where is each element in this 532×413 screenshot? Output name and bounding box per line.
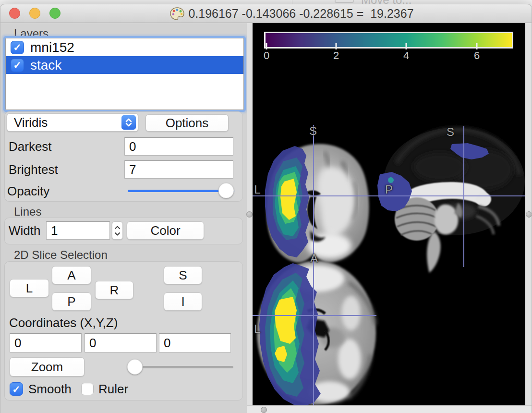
- chevron-down-icon: [114, 232, 121, 236]
- coronal-left-label: L: [254, 183, 260, 196]
- splitter-handle[interactable]: [526, 211, 532, 218]
- zoom-window-button[interactable]: [49, 8, 60, 19]
- zoom-slider-thumb[interactable]: [127, 359, 143, 375]
- coordinate-z-field[interactable]: 0: [159, 333, 231, 352]
- colorbar-tick: [336, 43, 337, 49]
- minimize-button[interactable]: [29, 8, 40, 19]
- background-menu-item: Move to...: [361, 0, 411, 4]
- coordinate-x-field[interactable]: 0: [10, 333, 82, 352]
- coronal-view[interactable]: [265, 144, 369, 263]
- slice-anterior-button[interactable]: A: [52, 266, 91, 284]
- background-window: Move to...: [0, 0, 532, 4]
- colorbar-tick-label: 0: [264, 49, 269, 62]
- slice-section-label: 2D Slice Selection: [14, 248, 108, 262]
- colormap-selected: Viridis: [14, 115, 48, 130]
- slice-right-button[interactable]: R: [95, 281, 133, 299]
- brightest-field[interactable]: 7: [124, 160, 233, 179]
- coordinate-y-field[interactable]: 0: [85, 333, 157, 352]
- sagittal-posterior-label: P: [385, 183, 393, 196]
- darkest-label: Darkest: [9, 137, 52, 156]
- options-button[interactable]: Options: [145, 114, 229, 132]
- coordinates-label: Coordinates (X,Y,Z): [9, 316, 118, 330]
- window-title: 0.196167 -0.143066 -0.228615 = 19.2367: [188, 7, 413, 21]
- opacity-label: Opacity: [7, 183, 49, 199]
- opacity-slider-thumb[interactable]: [218, 183, 234, 198]
- axial-view[interactable]: [257, 261, 376, 405]
- splitter-handle[interactable]: [246, 211, 253, 218]
- layer-checkbox[interactable]: [11, 41, 24, 54]
- layer-row-mni152[interactable]: mni152: [6, 38, 243, 56]
- slice-superior-button[interactable]: S: [164, 266, 202, 284]
- sagittal-view[interactable]: [377, 128, 525, 273]
- traffic-lights: [9, 8, 60, 19]
- colormap-dropdown[interactable]: Viridis: [7, 113, 138, 132]
- slice-inferior-button[interactable]: I: [164, 292, 202, 311]
- chevron-up-icon: [114, 226, 121, 230]
- colorbar-tick-label: 2: [333, 49, 339, 62]
- panel-splitter[interactable]: [247, 23, 253, 405]
- background-divider: [292, 0, 292, 4]
- brain-slices-image[interactable]: [253, 23, 525, 405]
- colorbar-tick: [406, 43, 407, 49]
- smooth-checkbox[interactable]: [10, 382, 23, 396]
- crosshair-vertical-coronal-axial[interactable]: [313, 125, 314, 405]
- crosshair-horizontal-axial[interactable]: [253, 315, 376, 316]
- splitter-handle[interactable]: [261, 407, 267, 413]
- background-divider: [406, 0, 406, 4]
- bottom-splitter[interactable]: [247, 405, 532, 413]
- slice-viewer[interactable]: 0 2 4 6 S L S P A L: [253, 23, 525, 405]
- darkest-field[interactable]: 0: [124, 137, 233, 156]
- line-color-button[interactable]: Color: [127, 221, 204, 240]
- app-window: 0.196167 -0.143066 -0.228615 = 19.2367 L…: [0, 4, 532, 413]
- control-panel: Layers mni152 stack Viridis: [0, 23, 247, 413]
- coronal-superior-label: S: [309, 124, 317, 138]
- ruler-checkbox[interactable]: [81, 383, 94, 395]
- line-width-field[interactable]: 1: [46, 221, 110, 240]
- layer-name: mni152: [30, 40, 74, 55]
- layer-checkbox[interactable]: [11, 59, 24, 72]
- colorbar-tick-label: 6: [474, 49, 480, 62]
- smooth-label: Smooth: [28, 382, 72, 396]
- ruler-label: Ruler: [98, 382, 128, 396]
- axial-left-label: L: [254, 322, 260, 336]
- layers-list[interactable]: mni152 stack: [5, 38, 244, 110]
- chevron-up-down-icon: [121, 115, 136, 130]
- colorbar-tick: [476, 43, 478, 49]
- right-splitter[interactable]: [525, 23, 532, 405]
- colorbar-tick: [266, 43, 267, 49]
- lines-section-label: Lines: [14, 205, 41, 219]
- title-bar[interactable]: 0.196167 -0.143066 -0.228615 = 19.2367: [0, 4, 532, 23]
- line-width-label: Width: [9, 221, 40, 240]
- layer-row-stack[interactable]: stack: [6, 56, 243, 74]
- slice-posterior-button[interactable]: P: [52, 292, 91, 311]
- zoom-button[interactable]: Zoom: [10, 357, 85, 377]
- zoom-slider-track[interactable]: [133, 366, 233, 368]
- sagittal-superior-label: S: [447, 125, 454, 139]
- brightest-label: Brightest: [9, 160, 58, 179]
- crosshair-vertical-sagittal[interactable]: [463, 126, 464, 267]
- palette-icon: [170, 7, 184, 20]
- axial-anterior-label: A: [310, 252, 318, 265]
- close-button[interactable]: [9, 8, 20, 19]
- background-toolbar-icon: [335, 0, 354, 3]
- colorbar-tick-label: 4: [403, 49, 409, 62]
- layer-name: stack: [30, 58, 61, 73]
- window-title-group: 0.196167 -0.143066 -0.228615 = 19.2367: [118, 7, 413, 21]
- line-width-stepper[interactable]: [112, 221, 123, 240]
- slice-left-button[interactable]: L: [10, 279, 49, 297]
